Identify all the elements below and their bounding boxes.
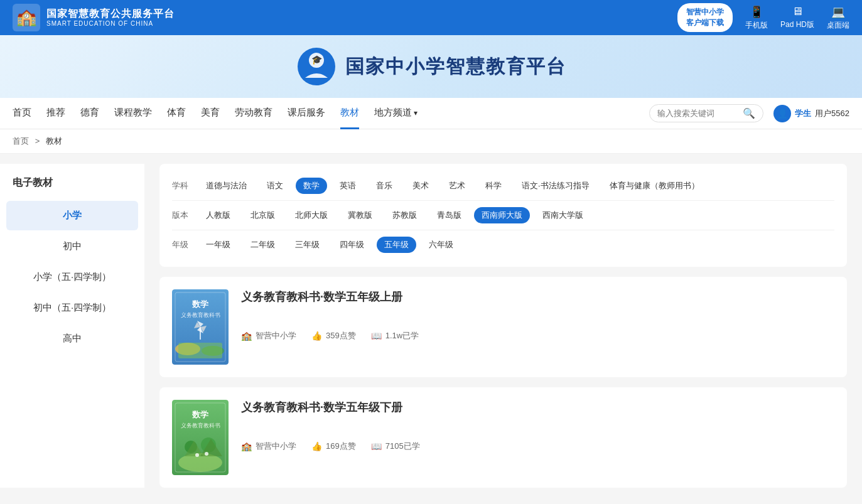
svg-text:数学: 数学 (191, 410, 208, 419)
filter-label-grade: 年级 (172, 239, 191, 250)
content-area: 学科 道德与法治 语文 数学 英语 音乐 美术 艺术 科学 语文·书法练习指导 … (144, 164, 862, 488)
nav-item-moral[interactable]: 德育 (80, 98, 99, 129)
breadcrumb-current: 教材 (46, 136, 62, 146)
book-learners-2: 📖 7105已学 (371, 441, 420, 452)
filter-section: 学科 道德与法治 语文 数学 英语 音乐 美术 艺术 科学 语文·书法练习指导 … (159, 164, 847, 267)
svg-point-27 (205, 452, 208, 456)
filter-tag-qingdao[interactable]: 青岛版 (429, 207, 469, 223)
book-platform-label-1: 智营中小学 (256, 330, 296, 341)
filter-label-edition: 版本 (172, 210, 191, 221)
book-learners-1: 📖 1.1w已学 (371, 330, 419, 341)
book-platform-2: 🏫 智营中小学 (241, 441, 296, 452)
filter-tag-health[interactable]: 体育与健康（教师用书） (602, 178, 707, 194)
user-avatar: 👤 (773, 105, 791, 122)
filter-tag-beijing[interactable]: 北京版 (243, 207, 283, 223)
book-likes-label-1: 359点赞 (326, 330, 356, 341)
filter-tags-subject: 道德与法治 语文 数学 英语 音乐 美术 艺术 科学 语文·书法练习指导 体育与… (198, 178, 707, 194)
svg-text:义务教育教科书: 义务教育教科书 (181, 422, 220, 429)
filter-tag-arttech[interactable]: 艺术 (441, 178, 473, 194)
nav-user[interactable]: 👤 学生 用户5562 (773, 105, 849, 122)
filter-row-edition: 版本 人教版 北京版 北师大版 冀教版 苏教版 青岛版 西南师大版 西南大学版 (172, 203, 834, 227)
platform-mobile-label: 手机版 (745, 20, 768, 31)
book-learners-label-2: 7105已学 (385, 441, 420, 452)
filter-tag-chinese[interactable]: 语文 (259, 178, 291, 194)
filter-tag-math[interactable]: 数学 (296, 178, 327, 194)
banner-logo-icon: 🎓 (296, 46, 337, 87)
svg-text:义务教育教科书: 义务教育教科书 (181, 312, 220, 318)
nav-item-afterschool[interactable]: 课后服务 (288, 98, 325, 129)
nav-item-curriculum[interactable]: 课程教学 (114, 98, 152, 129)
sidebar-item-primary54[interactable]: 小学（五·四学制） (6, 262, 138, 292)
book-likes-2: 👍 169点赞 (311, 441, 356, 452)
banner-title: 国家中小学智慧教育平台 (345, 54, 566, 80)
sidebar: 电子教材 小学 初中 小学（五·四学制） 初中（五·四学制） 高中 (0, 164, 144, 488)
filter-tag-g3[interactable]: 三年级 (288, 237, 327, 253)
book-meta-1: 🏫 智营中小学 👍 359点赞 📖 1.1w已学 (241, 330, 834, 341)
likes-icon-1: 👍 (311, 331, 322, 341)
learners-icon-2: 📖 (371, 441, 382, 451)
platform-desktop[interactable]: 💻 桌面端 (827, 5, 849, 31)
filter-tag-jijiao[interactable]: 冀教版 (340, 207, 380, 223)
user-name: 用户5562 (815, 108, 849, 119)
filter-row-subject: 学科 道德与法治 语文 数学 英语 音乐 美术 艺术 科学 语文·书法练习指导 … (172, 174, 834, 198)
book-likes-1: 👍 359点赞 (311, 330, 356, 341)
nav-item-textbook[interactable]: 教材 (340, 98, 359, 129)
nav-item-local[interactable]: 地方频道 (374, 98, 418, 129)
nav-search[interactable]: 🔍 (649, 104, 763, 122)
filter-tag-g6[interactable]: 六年级 (421, 237, 461, 253)
filter-tag-renjiao[interactable]: 人教版 (198, 207, 238, 223)
book-info-2: 义务教育教科书·数学五年级下册 🏫 智营中小学 👍 169点赞 📖 710 (241, 400, 834, 452)
filter-tag-english[interactable]: 英语 (332, 178, 364, 194)
svg-point-26 (195, 453, 199, 457)
nav-item-recommend[interactable]: 推荐 (46, 98, 65, 129)
book-card-2[interactable]: 数学 义务教育教科书 义务教育教科书· (159, 387, 847, 488)
filter-tag-g2[interactable]: 二年级 (243, 237, 283, 253)
sidebar-item-junior[interactable]: 初中 (6, 232, 138, 261)
book-cover-1: 数学 义务教育教科书 (172, 289, 229, 365)
platform-pad-label: Pad HD版 (780, 19, 814, 30)
filter-tags-edition: 人教版 北京版 北师大版 冀教版 苏教版 青岛版 西南师大版 西南大学版 (198, 207, 591, 223)
book-cover-2: 数学 义务教育教科书 (172, 400, 229, 475)
filter-tag-xinanshi[interactable]: 西南师大版 (474, 207, 530, 223)
filter-tag-g5[interactable]: 五年级 (377, 237, 416, 253)
book-title-1: 义务教育教科书·数学五年级上册 (241, 289, 834, 305)
search-input[interactable] (657, 109, 739, 118)
platforms: 📱 手机版 🖥 Pad HD版 💻 桌面端 (745, 5, 849, 31)
logo-main-text: 国家智慧教育公共服务平台 (46, 8, 175, 19)
nav-item-sport[interactable]: 体育 (167, 98, 186, 129)
banner: 🎓 国家中小学智慧教育平台 (0, 35, 862, 98)
filter-tag-music[interactable]: 音乐 (369, 178, 400, 194)
book-meta-2: 🏫 智营中小学 👍 169点赞 📖 7105已学 (241, 441, 834, 452)
filter-tag-moral-law[interactable]: 道德与法治 (198, 178, 254, 194)
breadcrumb-home[interactable]: 首页 (13, 136, 29, 146)
filter-tag-science[interactable]: 科学 (478, 178, 509, 194)
logo[interactable]: 🏫 国家智慧教育公共服务平台 SMART EDUCATION OF CHINA (13, 4, 175, 31)
book-card-1[interactable]: 数学 义务教育教科书 义务教育教科书· (159, 277, 847, 377)
filter-tag-g1[interactable]: 一年级 (198, 237, 238, 253)
filter-row-grade: 年级 一年级 二年级 三年级 四年级 五年级 六年级 (172, 233, 834, 257)
book-title-2: 义务教育教科书·数学五年级下册 (241, 400, 834, 416)
pad-icon: 🖥 (792, 5, 803, 18)
nav: 首页 推荐 德育 课程教学 体育 美育 劳动教育 课后服务 教材 地方频道 🔍 … (0, 98, 862, 129)
filter-tag-beishida[interactable]: 北师大版 (288, 207, 335, 223)
nav-item-art[interactable]: 美育 (201, 98, 220, 129)
book-learners-label-1: 1.1w已学 (385, 330, 419, 341)
nav-items: 首页 推荐 德育 课程教学 体育 美育 劳动教育 课后服务 教材 地方频道 (13, 98, 649, 129)
filter-tag-calligraphy[interactable]: 语文·书法练习指导 (514, 178, 597, 194)
nav-item-labor[interactable]: 劳动教育 (235, 98, 272, 129)
sidebar-item-primary[interactable]: 小学 (6, 201, 138, 230)
platform-mobile[interactable]: 📱 手机版 (745, 5, 768, 31)
filter-tags-grade: 一年级 二年级 三年级 四年级 五年级 六年级 (198, 237, 461, 253)
filter-tag-g4[interactable]: 四年级 (332, 237, 372, 253)
filter-tag-fineart[interactable]: 美术 (405, 178, 436, 194)
book-platform-1: 🏫 智营中小学 (241, 330, 296, 341)
download-button[interactable]: 智营中小学客户端下载 (677, 3, 733, 32)
search-icon[interactable]: 🔍 (743, 107, 755, 119)
filter-tag-sujiao[interactable]: 苏教版 (385, 207, 424, 223)
platform-pad[interactable]: 🖥 Pad HD版 (780, 5, 814, 31)
nav-item-home[interactable]: 首页 (13, 98, 31, 129)
user-role: 学生 (795, 108, 811, 119)
sidebar-item-senior[interactable]: 高中 (6, 324, 138, 353)
sidebar-item-junior54[interactable]: 初中（五·四学制） (6, 293, 138, 323)
filter-tag-xinan[interactable]: 西南大学版 (535, 207, 591, 223)
